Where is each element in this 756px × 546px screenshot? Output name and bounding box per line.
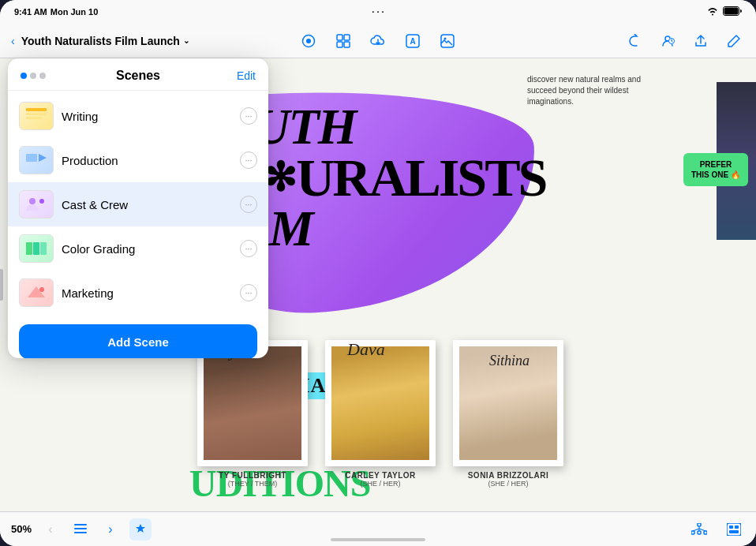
scene-item-writing[interactable]: Writing ··· [8,94,268,138]
scene-name-marketing: Marketing [62,286,232,300]
status-time: 9:41 AM [14,7,47,17]
scene-item-production[interactable]: Production ··· [8,138,268,182]
svg-point-23 [39,199,44,204]
svg-rect-17 [26,108,47,111]
nav-next[interactable]: › [99,518,122,540]
toolbar-icon-grid[interactable] [332,30,354,52]
panel-title: Scenes [116,69,160,83]
svg-rect-20 [26,154,37,162]
svg-rect-40 [735,525,739,529]
status-dots: · · · [372,7,384,17]
dot-3 [39,73,46,79]
svg-rect-39 [729,525,733,529]
svg-rect-4 [337,35,342,40]
svg-rect-24 [26,242,32,255]
bottom-toolbar-left: 50% ‹ › [11,518,152,540]
toolbar: ‹ Youth Naturalists Film Launch ⌄ A [0,24,756,58]
home-indicator [331,538,425,541]
scene-more-writing[interactable]: ··· [240,107,257,125]
signature-2: Dava [347,339,385,360]
dot-2 [30,73,36,79]
thumb-writing-inner [20,103,53,129]
cast-item-1: TY FULLBRIGHT (THEY / THEM) [197,340,308,488]
svg-rect-18 [26,113,47,115]
snowflake-icon: ✻ [264,159,294,197]
scene-thumb-cast [19,190,54,219]
toolbar-center: A [298,30,458,52]
scene-list: Writing ··· Production ··· [8,91,268,318]
thumb-production-inner [20,147,53,174]
scene-item-cast-crew[interactable]: Cast & Crew ··· [8,182,268,226]
back-chevron: ‹ [11,35,15,47]
svg-rect-41 [729,530,739,533]
panel-edit-button[interactable]: Edit [237,69,256,82]
scene-thumb-production [19,146,54,174]
nav-list[interactable] [69,518,92,540]
bottom-toolbar-right [688,518,745,540]
scene-name-color: Color Grading [62,242,232,256]
scene-more-marketing[interactable]: ··· [240,284,257,301]
thumb-cast-inner [20,191,53,218]
scene-item-color-grading[interactable]: Color Grading ··· [8,226,268,271]
toolbar-icon-cloud[interactable] [367,30,389,52]
add-scene-button[interactable]: Add Scene [19,324,257,358]
cast-name-1: TY FULLBRIGHT [219,471,286,480]
scene-more-cast[interactable]: ··· [240,196,257,213]
svg-rect-32 [691,531,694,534]
thumb-marketing-inner [20,279,53,306]
nav-structure[interactable] [688,518,710,540]
svg-rect-33 [698,531,701,534]
svg-rect-5 [344,35,350,40]
description-text: discover new natural realms and succeed … [527,74,653,107]
scene-thumb-marketing [19,279,54,307]
nav-view[interactable] [723,518,745,540]
svg-marker-21 [39,154,47,162]
toolbar-icon-pen[interactable] [298,30,320,52]
title-uralists: URALISTS [296,152,545,204]
scene-thumb-color [19,234,54,263]
svg-rect-29 [74,528,87,529]
toolbar-icon-text[interactable]: A [402,30,424,52]
svg-rect-1 [724,8,739,15]
panel-header: Scenes Edit [8,58,268,91]
toolbar-collaborate[interactable] [657,30,679,52]
svg-rect-31 [698,523,701,526]
scene-more-color[interactable]: ··· [240,240,257,257]
nav-star[interactable] [129,518,152,540]
svg-point-22 [29,198,36,204]
scene-more-production[interactable]: ··· [240,151,257,169]
svg-rect-7 [344,42,350,47]
svg-rect-34 [704,531,707,534]
battery-icon [723,6,742,17]
toolbar-icon-image[interactable] [436,30,458,52]
cast-pronouns-1: (THEY / THEM) [228,480,278,488]
scene-item-marketing[interactable]: Marketing ··· [8,271,268,315]
toolbar-share[interactable] [690,30,712,52]
svg-rect-28 [74,524,87,525]
ipad-frame: 9:41 AM Mon Jun 10 · · · ‹ Youth Natural… [0,0,756,546]
cast-name-2: CARLEY TAYLOR [345,471,416,480]
thumb-color-inner [20,235,53,262]
svg-rect-19 [26,117,42,119]
back-button[interactable]: ‹ [11,35,15,47]
project-title[interactable]: Youth Naturalists Film Launch ⌄ [21,35,189,47]
status-bar-right [707,6,742,17]
svg-rect-25 [33,242,39,255]
svg-point-3 [306,39,311,43]
toolbar-undo[interactable] [623,30,646,52]
toolbar-right [623,30,745,52]
scene-name-production: Production [62,154,232,167]
scene-name-writing: Writing [62,110,232,123]
cast-pronouns-3: (SHE / HER) [488,480,528,488]
status-bar-center: · · · [372,7,384,17]
panel-dots [21,73,46,79]
edge-indicator [0,269,3,301]
status-bar: 9:41 AM Mon Jun 10 · · · [0,0,756,24]
cast-item-2: CARLEY TAYLOR (SHE / HER) [325,340,436,488]
status-date: Mon Jun 10 [51,7,99,17]
toolbar-edit[interactable] [723,30,745,52]
scene-thumb-writing [19,102,54,130]
toolbar-left: ‹ Youth Naturalists Film Launch ⌄ [11,35,189,47]
nav-prev[interactable]: ‹ [39,518,62,540]
scene-name-cast: Cast & Crew [62,198,232,211]
